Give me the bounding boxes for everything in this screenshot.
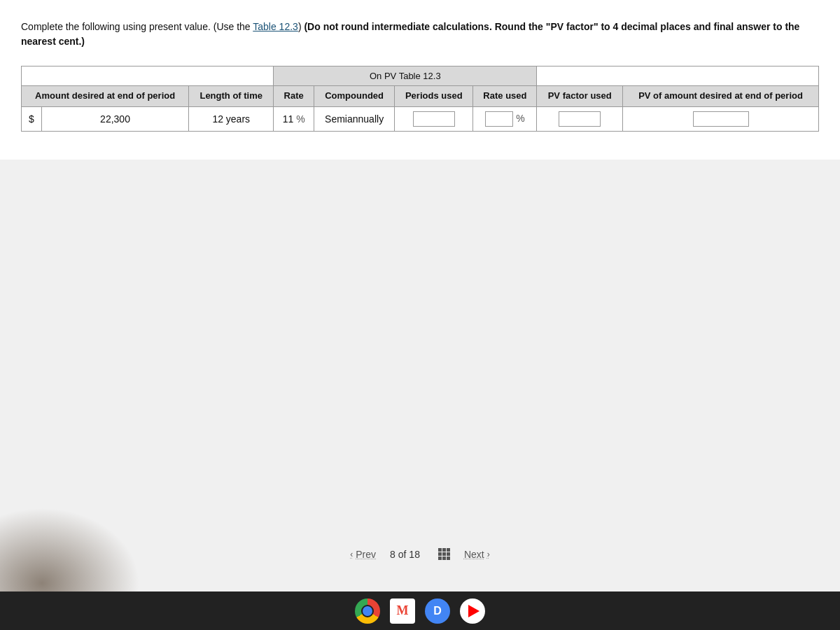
- pv-factor-input[interactable]: [559, 111, 601, 127]
- table-row: $ 22,300 12 years 11 % Semiannually %: [22, 106, 819, 131]
- length-value: 12 years: [189, 106, 274, 131]
- header-pv-factor: PV factor used: [537, 86, 623, 107]
- compounded-value: Semiannually: [314, 106, 395, 131]
- google-docs-icon[interactable]: D: [425, 598, 450, 624]
- amount-value: 22,300: [41, 106, 188, 131]
- header-amount: Amount desired at end of period: [22, 86, 189, 107]
- header-pv-amount: PV of amount desired at end of period: [623, 86, 819, 107]
- pv-amount-cell[interactable]: [623, 106, 819, 131]
- grid-icon: [438, 548, 450, 560]
- pv-factor-cell[interactable]: [537, 106, 623, 131]
- pv-table-wrapper: On PV Table 12.3 Amount desired at end o…: [21, 66, 819, 132]
- on-pv-label: On PV Table 12.3: [274, 66, 537, 86]
- dollar-sign: $: [22, 106, 42, 131]
- bottom-navigation: ‹ Prev 8 of 18 Next ›: [0, 548, 840, 560]
- gmail-icon[interactable]: M: [390, 598, 415, 624]
- header-length: Length of time: [189, 86, 274, 107]
- header-rate: Rate: [274, 86, 314, 107]
- periods-used-input[interactable]: [413, 111, 455, 127]
- page-count: 8 of 18: [390, 549, 420, 560]
- next-button[interactable]: Next ›: [464, 549, 490, 560]
- rate-value: 11 %: [274, 106, 314, 131]
- instructions: Complete the following using present val…: [21, 20, 819, 49]
- chrome-icon[interactable]: [355, 598, 380, 624]
- rate-used-cell[interactable]: %: [473, 106, 537, 131]
- header-rate-used: Rate used: [473, 86, 537, 107]
- pv-amount-input[interactable]: [693, 111, 749, 127]
- rate-used-input[interactable]: [485, 111, 513, 127]
- pv-table: On PV Table 12.3 Amount desired at end o…: [21, 66, 819, 132]
- periods-used-cell[interactable]: [395, 106, 473, 131]
- header-periods: Periods used: [395, 86, 473, 107]
- youtube-icon[interactable]: [460, 598, 485, 624]
- header-compounded: Compounded: [314, 86, 395, 107]
- prev-button[interactable]: ‹ Prev: [350, 549, 376, 560]
- taskbar: M D: [0, 592, 840, 630]
- table-link[interactable]: Table 12.3: [253, 21, 298, 32]
